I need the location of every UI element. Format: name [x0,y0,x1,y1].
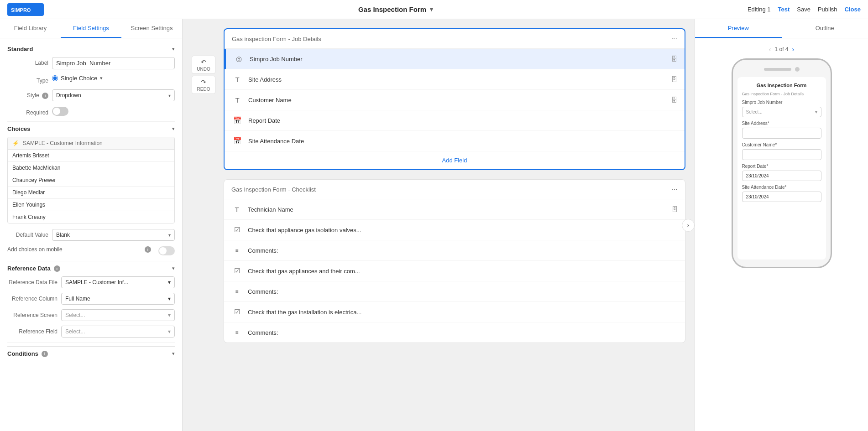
collapse-right-button[interactable]: › [682,219,695,232]
type-radio-input[interactable] [52,75,58,81]
checkbox-icon: ☑ [231,265,242,276]
table-row[interactable]: ☑ Check that appliance gas isolation val… [224,220,685,240]
field-name-technician: Technician Name [248,206,666,213]
table-row[interactable]: T Site Address 🗄 [225,69,685,90]
reference-screen-chevron-icon: ▾ [168,312,171,318]
required-row: Required [7,107,175,116]
tab-field-settings[interactable]: Field Settings [61,19,121,38]
reference-field-row: Reference Field Select... ▾ [7,326,175,338]
table-row[interactable]: T Technician Name 🗄 [224,199,685,220]
table-row[interactable]: ☑ Check that the gas installation is ele… [224,302,685,322]
checkbox-icon: ☑ [231,306,242,317]
checkbox-icon: ☑ [231,224,242,235]
reference-data-file-select[interactable]: SAMPLE - Customer Inf... ▾ [61,276,175,288]
table-row[interactable]: ≡ Comments: [224,281,685,302]
list-item[interactable]: Frank Creany [8,211,174,223]
tab-outline[interactable]: Outline [782,19,868,38]
form-card-checklist-menu-icon[interactable]: ··· [672,185,678,193]
add-field-button[interactable]: Add Field [225,151,685,169]
redo-button[interactable]: ↷ REDO [192,76,215,94]
phone-notch [764,68,791,71]
undo-button[interactable]: ↶ UNDO [192,56,215,74]
table-row[interactable]: ◎ Simpro Job Number 🗄 [225,49,685,69]
table-row[interactable]: T Customer Name 🗄 [225,90,685,110]
table-row[interactable]: 📅 Site Attendance Date [225,131,685,151]
form-title: Gas Inspection Form [358,5,426,13]
reference-data-chevron-icon[interactable]: ▾ [172,265,175,271]
reference-data-title: Reference Data [7,265,51,272]
add-choices-mobile-toggle[interactable] [158,246,175,255]
db-icon[interactable]: 🗄 [671,96,677,104]
list-item[interactable]: Ellen Youings [8,199,174,211]
list-item[interactable]: Babette MacMickan [8,162,174,174]
topbar-actions: Editing 1 Test Save Publish Close [748,6,861,13]
left-panel-tabs: Field Library Field Settings Screen Sett… [0,19,182,38]
phone-report-date-field: 23/10/2024 [742,171,821,181]
reference-data-file-chevron-icon: ▾ [168,279,171,286]
choices-source-label: SAMPLE - Customer Information [23,140,103,146]
list-item[interactable]: Diego Medlar [8,187,174,199]
table-row[interactable]: ≡ Comments: [224,240,685,261]
prev-page-button[interactable]: ‹ [769,46,771,53]
standard-section-header: Standard ▾ [7,46,175,52]
phone-outer: Gas Inspection Form Gas inspection Form … [732,58,832,268]
list-item[interactable]: Artemis Brisset [8,150,174,162]
db-icon[interactable]: 🗄 [671,206,678,213]
list-item[interactable]: Chauncey Prewer [8,174,174,187]
table-row[interactable]: ☑ Check that gas appliances and their co… [224,261,685,281]
form-card-job-details: Gas inspection Form - Job Details ··· ◎ … [224,28,685,170]
next-page-button[interactable]: › [792,46,795,53]
comments-icon: ≡ [231,245,242,256]
reference-field-select[interactable]: Select... ▾ [61,326,175,338]
type-field-label: Type [7,75,48,84]
conditions-info-icon: i [42,351,48,357]
conditions-section-header: Conditions i ▾ [7,346,175,361]
text-icon: T [231,204,242,215]
add-choices-mobile-row: Add choices on mobile i [7,246,175,255]
phone-simpro-job-select[interactable]: Select... ▾ [742,107,821,117]
field-name-comments-1: Comments: [248,247,678,254]
conditions-chevron-icon[interactable]: ▾ [172,351,175,357]
add-choices-info-icon: i [145,246,151,253]
label-input[interactable] [52,57,175,69]
db-icon[interactable]: 🗄 [671,76,677,83]
form-title-chevron-icon[interactable]: ▾ [430,6,433,13]
style-info-icon: i [42,93,48,99]
type-chevron-icon[interactable]: ▾ [100,75,103,81]
reference-data-info-icon: i [54,265,60,272]
choices-box: ⚡ SAMPLE - Customer Information Artemis … [7,137,175,223]
calendar-icon: 📅 [232,115,243,126]
reference-column-label: Reference Column [7,296,58,302]
reference-screen-row: Reference Screen Select... ▾ [7,309,175,321]
choices-header: ⚡ SAMPLE - Customer Information [8,137,174,150]
reference-screen-label: Reference Screen [7,312,58,318]
close-button[interactable]: Close [845,6,861,13]
save-button[interactable]: Save [797,6,810,13]
form-card-checklist-title: Gas Inspection Form - Checklist [231,186,316,193]
standard-section-chevron-icon[interactable]: ▾ [172,46,175,52]
table-row[interactable]: 📅 Report Date [225,110,685,131]
field-name-check-electrical: Check that the gas installation is elect… [248,309,678,316]
required-toggle[interactable] [52,107,68,116]
test-button[interactable]: Test [778,6,790,13]
style-select[interactable]: Dropdown ▾ [52,89,175,101]
publish-button[interactable]: Publish [818,6,837,13]
phone-field-label-customer: Customer Name* [742,142,821,147]
form-card-job-details-menu-icon[interactable]: ··· [671,35,677,43]
default-value-select[interactable]: Blank ▾ [52,229,175,241]
phone-site-attendance-field: 23/10/2024 [742,192,821,202]
tab-preview[interactable]: Preview [695,19,782,38]
type-row: Type Single Choice ▾ [7,75,175,84]
redo-icon: ↷ [201,78,206,86]
tab-field-library[interactable]: Field Library [0,19,61,38]
reference-column-select[interactable]: Full Name ▾ [61,293,175,305]
reference-screen-select[interactable]: Select... ▾ [61,309,175,321]
form-card-checklist-header: Gas Inspection Form - Checklist ··· [224,180,685,199]
choices-source-icon: ⚡ [12,140,19,146]
default-value-label: Default Value [7,229,48,238]
choices-section-chevron-icon[interactable]: ▾ [172,126,175,132]
db-icon[interactable]: 🗄 [671,55,677,62]
table-row[interactable]: ≡ Comments: [224,322,685,343]
tab-screen-settings[interactable]: Screen Settings [121,19,182,38]
reference-field-label: Reference Field [7,328,58,335]
